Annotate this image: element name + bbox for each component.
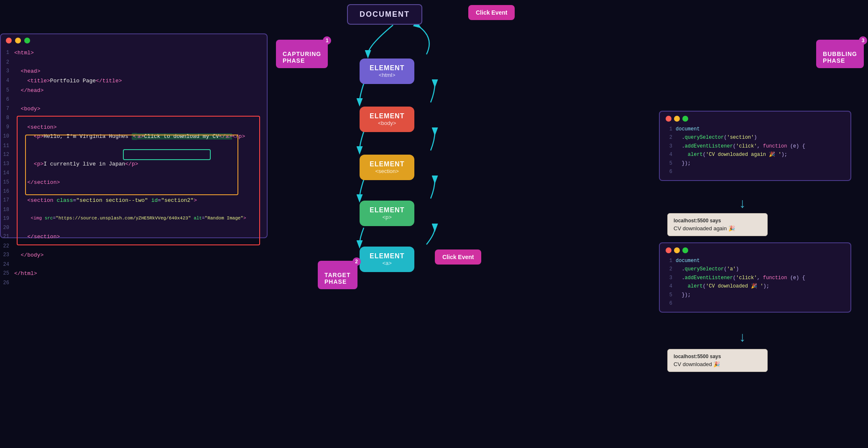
snippet2-line-5: 5 }); bbox=[666, 291, 845, 299]
bubbling-phase-label: BUBBLING PHASE 3 bbox=[816, 40, 864, 68]
snippet2-titlebar bbox=[666, 247, 845, 253]
click-event-top-btn[interactable]: Click Event bbox=[468, 5, 515, 20]
section-element-box: ELEMENT <section> bbox=[360, 155, 414, 180]
element-body-node: ELEMENT <body> bbox=[360, 107, 414, 132]
click-event-button-bottom[interactable]: Click Event bbox=[435, 249, 481, 265]
diagram-area: DOCUMENT Click Event ELEMENT <html> ELEM… bbox=[276, 0, 569, 448]
code-line-4: 4 <title>Portfolio Page</title> bbox=[1, 76, 267, 86]
code-line-15: 15 </section> bbox=[1, 178, 267, 188]
code-line-17: 17 <section class="section section--two"… bbox=[1, 196, 267, 206]
click-event-button-top[interactable]: Click Event bbox=[468, 5, 515, 20]
code-snippet-2: 1 document 2 .querySelector('a') 3 .addE… bbox=[659, 242, 851, 313]
capturing-phase-label: CAPTURING PHASE 1 bbox=[276, 40, 328, 68]
snippet1-line-4: 4 alert('CV downloaded again 🎉 '); bbox=[666, 150, 845, 159]
code-line-2: 2 bbox=[1, 58, 267, 67]
code-line-22: 22 bbox=[1, 242, 267, 251]
bubbling-phase-number: 3 bbox=[859, 36, 867, 45]
element-a-node: ELEMENT <a> bbox=[360, 247, 414, 272]
code-line-6: 6 bbox=[1, 95, 267, 104]
snippet1-line-5: 5 }); bbox=[666, 159, 845, 168]
code-line-12: 12 bbox=[1, 150, 267, 159]
code-line-14: 14 bbox=[1, 169, 267, 178]
capturing-phase-container: CAPTURING PHASE 1 bbox=[276, 40, 328, 68]
snippet2-dot-red bbox=[666, 247, 671, 253]
arrow-down-1: ↓ bbox=[738, 196, 746, 212]
dialog-2: localhost:5500 says CV downloaded 🎉 bbox=[667, 349, 768, 372]
capturing-phase-number: 1 bbox=[323, 36, 331, 45]
arrow-down-2: ↓ bbox=[738, 330, 746, 346]
html-element-box: ELEMENT <html> bbox=[360, 59, 414, 84]
minimize-dot[interactable] bbox=[15, 38, 21, 43]
code-line-13: 13 <p>I currently live in Japan</p> bbox=[1, 160, 267, 169]
code-content: 1 <html> 2 3 <head> 4 <title>Portfolio P… bbox=[1, 47, 267, 289]
snippet1-dot-red bbox=[666, 116, 671, 122]
close-dot[interactable] bbox=[6, 38, 12, 43]
code-line-19: 19 <img src="https://source.unsplash.com… bbox=[1, 214, 267, 223]
code-editor: 1 <html> 2 3 <head> 4 <title>Portfolio P… bbox=[0, 33, 268, 238]
bubbling-phase-container: BUBBLING PHASE 3 bbox=[816, 40, 864, 68]
snippet1-line-1: 1 document bbox=[666, 125, 845, 133]
editor-titlebar bbox=[1, 34, 267, 47]
snippet2-dot-green bbox=[682, 247, 688, 253]
code-line-24: 24 bbox=[1, 260, 267, 269]
document-label: DOCUMENT bbox=[360, 10, 410, 19]
snippet2-line-6: 6 bbox=[666, 299, 845, 308]
code-snippet-1: 1 document 2 .querySelector('section') 3… bbox=[659, 111, 851, 181]
dialog2-text: CV downloaded 🎉 bbox=[674, 361, 761, 367]
code-line-9: 9 <section> bbox=[1, 123, 267, 132]
snippet1-dot-green bbox=[682, 116, 688, 122]
code-line-5: 5 </head> bbox=[1, 86, 267, 96]
code-line-1: 1 <html> bbox=[1, 48, 267, 58]
snippet1-line-3: 3 .addEventListener('click', function (e… bbox=[666, 142, 845, 150]
p-element-box: ELEMENT <p> bbox=[360, 201, 414, 226]
snippet2-line-1: 1 document bbox=[666, 257, 845, 265]
element-html-node: ELEMENT <html> bbox=[360, 59, 414, 84]
target-phase-label: TARGET PHASE 2 bbox=[318, 261, 357, 289]
snippet2-line-4: 4 alert('CV downloaded 🎉 '); bbox=[666, 282, 845, 290]
snippet1-titlebar bbox=[666, 116, 845, 122]
code-line-26: 26 bbox=[1, 279, 267, 288]
element-section-node: ELEMENT <section> bbox=[360, 155, 414, 180]
code-line-11: 11 bbox=[1, 142, 267, 150]
snippet2-code: 1 document 2 .querySelector('a') 3 .addE… bbox=[666, 257, 845, 308]
snippet1-code: 1 document 2 .querySelector('section') 3… bbox=[666, 125, 845, 176]
element-p-node: ELEMENT <p> bbox=[360, 201, 414, 226]
dialog2-title: localhost:5500 says bbox=[674, 354, 761, 359]
dialog1-title: localhost:5500 says bbox=[674, 218, 761, 224]
code-line-16: 16 bbox=[1, 187, 267, 196]
snippet2-dot-yellow bbox=[674, 247, 680, 253]
code-line-25: 25 </html> bbox=[1, 269, 267, 279]
code-line-10: 10 <p>Hello, I'm Virginia Hughes <a>Clic… bbox=[1, 132, 267, 142]
document-node: DOCUMENT bbox=[347, 4, 422, 25]
dialog-1: localhost:5500 says CV downloaded again … bbox=[667, 213, 768, 236]
target-phase-number: 2 bbox=[352, 257, 361, 266]
body-element-box: ELEMENT <body> bbox=[360, 107, 414, 132]
snippet1-line-6: 6 bbox=[666, 168, 845, 176]
snippet1-dot-yellow bbox=[674, 116, 680, 122]
code-line-8: 8 bbox=[1, 114, 267, 122]
maximize-dot[interactable] bbox=[24, 38, 30, 43]
code-line-18: 18 bbox=[1, 206, 267, 214]
snippet1-line-2: 2 .querySelector('section') bbox=[666, 133, 845, 142]
snippet2-line-3: 3 .addEventListener('click', function (e… bbox=[666, 274, 845, 282]
click-event-bottom-btn[interactable]: Click Event bbox=[435, 249, 481, 265]
right-panel: BUBBLING PHASE 3 1 document 2 .querySele… bbox=[646, 0, 868, 448]
code-line-3: 3 <head> bbox=[1, 67, 267, 76]
code-line-7: 7 <body> bbox=[1, 104, 267, 114]
target-phase-container: TARGET PHASE 2 bbox=[318, 261, 357, 289]
dialog1-text: CV downloaded again 🎉 bbox=[674, 225, 761, 232]
snippet2-line-2: 2 .querySelector('a') bbox=[666, 265, 845, 273]
code-line-20: 20 bbox=[1, 224, 267, 232]
a-element-box: ELEMENT <a> bbox=[360, 247, 414, 272]
code-line-23: 23 </body> bbox=[1, 251, 267, 260]
code-line-21: 21 </section> bbox=[1, 232, 267, 242]
